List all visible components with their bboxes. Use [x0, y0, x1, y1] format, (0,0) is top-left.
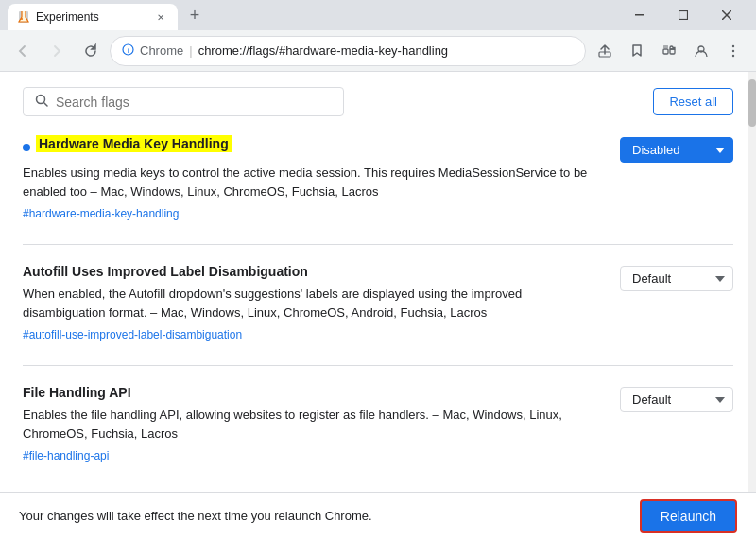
chrome-site-label: Chrome [140, 43, 183, 58]
svg-rect-9 [663, 49, 668, 54]
close-button[interactable] [705, 0, 748, 30]
flag-item-hardware-media: Hardware Media Key Handling Enables usin… [23, 135, 733, 221]
title-bar: Experiments ✕ + [0, 0, 756, 30]
window-controls [618, 0, 756, 30]
flag-select-wrapper: Disabled Default Enabled [620, 137, 733, 163]
flag-description-autofill: When enabled, the Autofill dropdown's su… [23, 285, 605, 322]
flag-select-wrapper-autofill: Default Enabled Disabled [620, 266, 733, 291]
toolbar-actions [590, 36, 748, 66]
relaunch-button[interactable]: Relaunch [640, 499, 737, 533]
search-input[interactable] [56, 95, 332, 110]
flag-select-disabled[interactable]: Disabled Default Enabled [620, 137, 733, 163]
page-content: Reset all Hardware Media Key Handling En… [0, 72, 756, 492]
svg-rect-11 [663, 45, 668, 48]
svg-point-13 [732, 44, 734, 46]
svg-point-1 [21, 18, 23, 20]
flag-select-autofill[interactable]: Default Enabled Disabled [620, 266, 733, 291]
profile-button[interactable] [686, 36, 716, 66]
flag-item-file-handling: File Handling API Enables the file handl… [23, 385, 733, 463]
svg-rect-10 [670, 49, 675, 54]
scrollbar-thumb[interactable] [748, 79, 756, 127]
svg-point-15 [732, 54, 734, 56]
divider-2 [23, 365, 733, 366]
flag-title-wrapper: Hardware Media Key Handling [23, 135, 605, 158]
lock-icon: i [122, 43, 134, 59]
flag-content: Hardware Media Key Handling Enables usin… [23, 135, 605, 221]
reset-all-button[interactable]: Reset all [653, 88, 733, 115]
flag-content-autofill: Autofill Uses Improved Label Disambiguat… [23, 264, 605, 342]
search-icon [35, 94, 48, 110]
flag-title-highlighted: Hardware Media Key Handling [36, 135, 232, 152]
flag-header: Hardware Media Key Handling Enables usin… [23, 135, 733, 221]
back-button[interactable] [8, 36, 38, 66]
bookmark-button[interactable] [622, 36, 652, 66]
svg-text:i: i [128, 47, 129, 54]
tab-favicon [17, 10, 30, 24]
flag-select-wrapper-file: Default Enabled Disabled [620, 387, 733, 412]
search-box[interactable] [23, 87, 344, 116]
active-indicator-dot [23, 144, 30, 151]
svg-point-14 [732, 49, 734, 51]
flag-header-autofill: Autofill Uses Improved Label Disambiguat… [23, 264, 733, 342]
flag-title-file: File Handling API [23, 385, 605, 400]
search-row: Reset all [23, 87, 733, 116]
flag-link-file[interactable]: #file-handling-api [23, 449, 109, 462]
divider-1 [23, 244, 733, 245]
new-tab-button[interactable]: + [181, 2, 208, 28]
flag-title-autofill: Autofill Uses Improved Label Disambiguat… [23, 264, 605, 279]
svg-rect-2 [635, 14, 644, 16]
menu-button[interactable] [718, 36, 748, 66]
tab-strip: Experiments ✕ + [0, 0, 618, 30]
flag-link-autofill[interactable]: #autofill-use-improved-label-disambiguat… [23, 328, 242, 341]
maximize-button[interactable] [662, 0, 705, 30]
flag-item-autofill: Autofill Uses Improved Label Disambiguat… [23, 264, 733, 342]
flag-select-file[interactable]: Default Enabled Disabled [620, 387, 733, 412]
tab-label: Experiments [36, 10, 147, 24]
toolbar: i Chrome | chrome://flags/#hardware-medi… [0, 30, 756, 72]
svg-line-17 [44, 103, 48, 107]
share-button[interactable] [590, 36, 620, 66]
active-tab[interactable]: Experiments ✕ [8, 4, 178, 30]
address-bar[interactable]: i Chrome | chrome://flags/#hardware-medi… [110, 36, 586, 66]
url-separator: | [189, 43, 192, 58]
flag-link[interactable]: #hardware-media-key-handling [23, 207, 179, 220]
extension-button[interactable] [654, 36, 684, 66]
minimize-button[interactable] [618, 0, 662, 30]
flag-content-file: File Handling API Enables the file handl… [23, 385, 605, 463]
tab-close-button[interactable]: ✕ [153, 9, 168, 25]
flag-description: Enables using media keys to control the … [23, 164, 605, 200]
url-text: chrome://flags/#hardware-media-key-handl… [198, 43, 574, 58]
flag-description-file: Enables the file handling API, allowing … [23, 406, 605, 443]
bottom-message: Your changes will take effect the next t… [19, 509, 372, 523]
bottom-bar: Your changes will take effect the next t… [0, 492, 756, 539]
svg-rect-3 [679, 11, 688, 20]
refresh-button[interactable] [76, 36, 106, 66]
flag-header-file: File Handling API Enables the file handl… [23, 385, 733, 463]
scrollbar-track[interactable] [748, 72, 756, 492]
forward-button[interactable] [42, 36, 72, 66]
